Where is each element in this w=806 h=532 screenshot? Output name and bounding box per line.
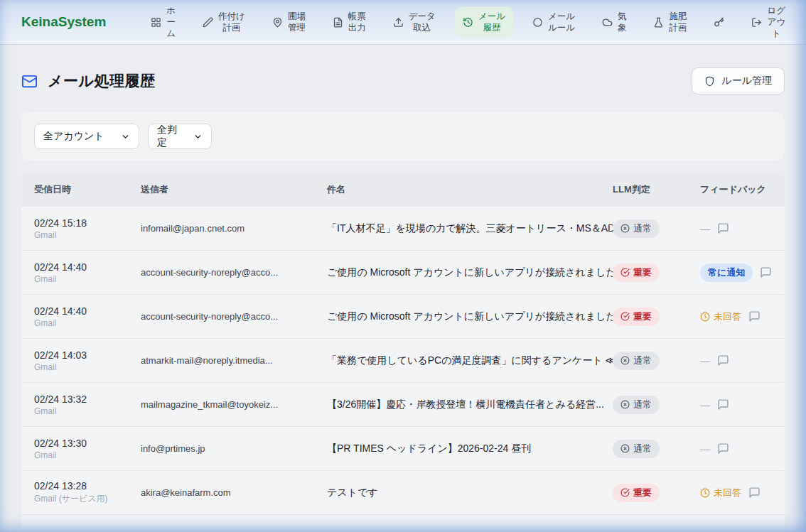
rule-management-button[interactable]: ルール管理 — [692, 67, 785, 94]
circle-x-icon — [620, 444, 630, 453]
sender-address: account-security-noreply@acco... — [141, 267, 327, 278]
judgement-filter-value: 全判定 — [157, 124, 186, 149]
column-header: 送信者 — [141, 183, 327, 196]
llm-judgement-cell: 通常 — [613, 396, 700, 414]
mail-subject: 「業務で使用しているPCの満足度調査」に関するアンケート ≪... — [327, 354, 613, 367]
circle-x-icon — [620, 400, 630, 409]
column-header: 件名 — [327, 183, 613, 196]
feedback-none-dash: — — [700, 355, 710, 367]
column-header: フィードバック — [700, 183, 785, 196]
account-label: Gmail — [34, 406, 141, 416]
account-label: Gmail — [34, 230, 141, 240]
nav-item-label: ホ ー ム — [166, 5, 176, 40]
feedback-cell: — — [700, 354, 785, 367]
account-label: Gmail — [34, 318, 141, 328]
circle-x-icon — [620, 356, 630, 365]
judgement-badge-normal: 通常 — [613, 440, 660, 458]
judgement-label: 通常 — [633, 222, 652, 235]
feedback-cell: 未回答 — [700, 487, 785, 499]
nav-item-label: 気 象 — [618, 11, 627, 34]
nav-item-mail-rules[interactable]: メール ルール — [525, 6, 583, 38]
comment-icon[interactable] — [748, 487, 761, 499]
nav-item-label: メール 履歴 — [478, 11, 505, 34]
table-row[interactable]: 02/24 15:18Gmailinfomail@japan.cnet.com「… — [21, 207, 785, 251]
mail-subject: 【PR TIMES ヘッドライン】2026-02-24 昼刊 — [327, 443, 613, 455]
feedback-none-dash: — — [700, 223, 710, 234]
llm-judgement-cell: 通常 — [613, 352, 700, 370]
file-icon — [333, 17, 343, 28]
feedback-none-dash: — — [700, 443, 710, 455]
feedback-label: 未回答 — [714, 487, 741, 499]
column-header: 受信日時 — [34, 183, 141, 196]
table-row[interactable]: 02/24 13:32Gmailmailmagazine_tkmail@toyo… — [21, 383, 785, 427]
nav-item-key[interactable] — [706, 13, 732, 32]
brand-logo: KeinaSystem — [21, 14, 106, 30]
map-pin-icon — [272, 17, 283, 28]
llm-judgement-cell: 重要 — [613, 264, 700, 282]
nav-item-logout[interactable]: ログ アウ ト — [743, 1, 793, 44]
mail-subject: 「IT人材不足」を現場の力で解決。三菱オートリース・MS＆AD... — [327, 222, 613, 235]
judgement-filter-select[interactable]: 全判定 — [148, 124, 212, 149]
account-label: Gmail (サービス用) — [34, 493, 141, 505]
nav-item-label: 作付け 計画 — [218, 11, 245, 34]
table-row[interactable]: 02/24 13:30Gmailinfo@prtimes.jp【PR TIMES… — [21, 427, 785, 471]
check-circle-icon — [620, 312, 630, 321]
upload-icon — [393, 17, 404, 28]
received-datetime: 02/24 15:18 — [34, 217, 141, 229]
table-header-row: 受信日時送信者件名LLM判定フィードバック — [21, 173, 785, 207]
account-filter-select[interactable]: 全アカウント — [34, 124, 139, 149]
nav-item-label: ログ アウ ト — [767, 5, 785, 40]
nav-item-data-import[interactable]: データ 取込 — [385, 6, 444, 38]
account-label: Gmail — [34, 274, 141, 284]
nav-item-mail-history[interactable]: メール 履歴 — [455, 6, 513, 38]
chevron-down-icon — [121, 132, 130, 141]
filter-panel: 全アカウント 全判定 — [21, 112, 785, 161]
judgement-label: 通常 — [633, 354, 652, 367]
logout-icon — [751, 17, 762, 28]
mail-subject: ご使用の Microsoft アカウントに新しいアプリが接続されました — [327, 266, 613, 279]
mail-subject: 【3/26開催】慶応・岸教授登壇！横川電機責任者とみる経営... — [327, 398, 613, 411]
nav-item-weather[interactable]: 気 象 — [594, 6, 635, 38]
feedback-unanswered: 未回答 — [700, 310, 741, 323]
table-row[interactable]: 02/24 14:40Gmailaccount-security-noreply… — [21, 295, 785, 339]
judgement-badge-normal: 通常 — [613, 352, 660, 370]
received-datetime-cell: 02/24 14:03Gmail — [34, 349, 141, 372]
judgement-label: 重要 — [633, 310, 652, 323]
judgement-badge-normal: 通常 — [613, 219, 660, 238]
comment-icon[interactable] — [748, 310, 761, 322]
sender-address: mailmagazine_tkmail@toyokeiz... — [141, 399, 327, 410]
nav-item-planting-plan[interactable]: 作付け 計画 — [195, 6, 253, 38]
received-datetime-cell: 02/24 14:40Gmail — [34, 261, 141, 284]
judgement-label: 重要 — [633, 266, 652, 279]
table-row[interactable]: 02/24 14:03Gmailatmarkit-mail@noreply.it… — [21, 339, 785, 383]
nav-item-report-output[interactable]: 帳票 出力 — [325, 6, 374, 38]
feedback-none-dash: — — [700, 399, 710, 411]
judgement-label: 通常 — [633, 443, 652, 455]
nav-item-field-management[interactable]: 圃場 管理 — [264, 6, 313, 38]
comment-icon[interactable] — [717, 354, 729, 367]
table-row[interactable]: 02/24 14:40Gmailaccount-security-noreply… — [21, 251, 785, 295]
comment-icon[interactable] — [717, 222, 729, 234]
pencil-icon — [203, 17, 213, 28]
flask-icon — [653, 17, 664, 28]
table-row[interactable]: 02/24 13:28Gmail (サービス用)akira@keinafarm.… — [21, 471, 785, 515]
check-circle-icon — [620, 268, 630, 277]
llm-judgement-cell: 通常 — [613, 219, 700, 238]
comment-icon[interactable] — [760, 266, 772, 278]
comment-icon[interactable] — [717, 443, 729, 455]
rule-management-button-label: ルール管理 — [721, 75, 772, 87]
nav-item-fertilizer-plan[interactable]: 施肥 計画 — [645, 6, 694, 38]
mail-subject: テストです — [327, 487, 613, 499]
circle-icon — [532, 17, 543, 28]
sender-address: akira@keinafarm.com — [141, 487, 327, 498]
mail-history-table: 受信日時送信者件名LLM判定フィードバック 02/24 15:18Gmailin… — [21, 173, 785, 528]
nav-item-home[interactable]: ホ ー ム — [143, 1, 183, 44]
comment-icon[interactable] — [717, 398, 729, 411]
received-datetime-cell: 02/24 13:30Gmail — [34, 438, 141, 460]
table-row[interactable]: 02/24 12:10digital@kochinews.jp四万十福祉専門学校… — [21, 515, 785, 528]
judgement-badge-important: 重要 — [613, 484, 660, 502]
account-label: Gmail — [34, 362, 141, 372]
clock-icon — [700, 312, 710, 322]
clock-icon — [700, 488, 710, 498]
llm-judgement-cell: 通常 — [613, 440, 700, 458]
